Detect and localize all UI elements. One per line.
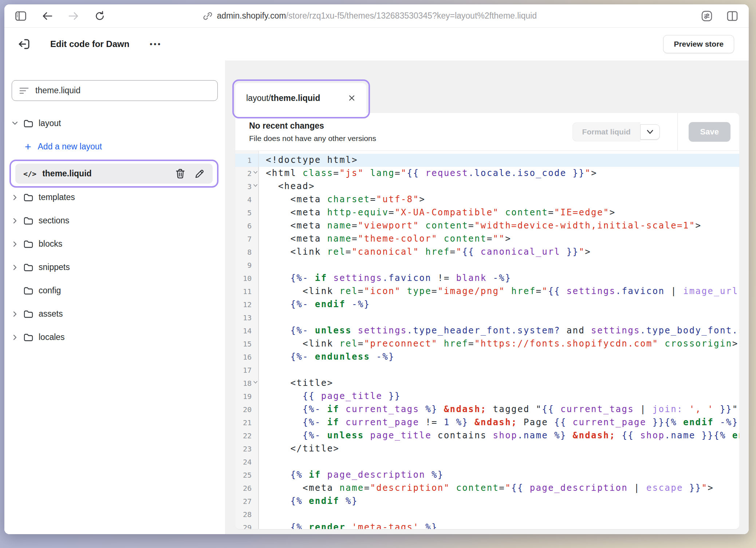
code-line: 14 {%- unless settings.type_header_font.…: [235, 324, 739, 337]
chevron-right-icon[interactable]: [12, 311, 23, 317]
chevron-right-icon[interactable]: [12, 218, 23, 224]
sidebar-item-config[interactable]: config: [12, 282, 218, 299]
format-liquid-button-group: Format liquid: [572, 122, 660, 141]
line-number[interactable]: 16: [235, 351, 259, 364]
format-liquid-dropdown[interactable]: [640, 124, 660, 140]
code-line: 6 <meta name="viewport" content="width=d…: [235, 219, 739, 232]
sidebar-item-sections[interactable]: sections: [12, 212, 218, 229]
editor-main: layout/theme.liquid No recent changes Fi…: [225, 60, 749, 534]
line-number[interactable]: 21: [235, 416, 259, 429]
line-number[interactable]: 10: [235, 272, 259, 285]
line-number[interactable]: 25: [235, 469, 259, 482]
tab-layout-theme-liquid[interactable]: layout/theme.liquid: [235, 83, 366, 113]
folder-label: config: [39, 286, 61, 295]
filter-icon: [19, 87, 29, 94]
code-line: 4 <meta charset="utf-8">: [235, 193, 739, 206]
code-line: 2<html class="js" lang="{{ request.local…: [235, 167, 739, 180]
line-number[interactable]: 22: [235, 429, 259, 442]
format-liquid-button[interactable]: Format liquid: [572, 122, 640, 141]
file-item-theme-liquid[interactable]: </>theme.liquid: [15, 164, 213, 184]
line-number[interactable]: 2: [235, 167, 259, 180]
url-path: /store/rzq1xu-f5/themes/132683530345?key…: [286, 11, 537, 20]
folder-label: locales: [39, 332, 65, 342]
code-line: 27 {% endif %}: [235, 495, 739, 508]
code-line-content: {%- endunless -%}: [259, 351, 739, 364]
sidebar-item-assets[interactable]: assets: [12, 305, 218, 322]
line-number[interactable]: 12: [235, 298, 259, 311]
chevron-right-icon[interactable]: [12, 194, 23, 201]
code-editor[interactable]: 1<!doctype html>2<html class="js" lang="…: [235, 151, 739, 529]
add-new-layout-button[interactable]: +Add a new layout: [12, 138, 218, 155]
code-line-content: <head>: [259, 180, 739, 193]
code-line-content: {{ page_title }}: [259, 390, 739, 403]
code-line: 29 {% render 'meta-tags' %}: [235, 521, 739, 529]
sidebar-item-layout[interactable]: layout: [12, 115, 218, 132]
fold-arrow-icon[interactable]: [253, 380, 258, 384]
save-button[interactable]: Save: [689, 122, 731, 142]
delete-file-icon[interactable]: [176, 169, 185, 179]
line-number[interactable]: 28: [235, 508, 259, 521]
code-line-content: [259, 311, 739, 324]
chevron-down-icon[interactable]: [12, 120, 23, 127]
split-view-icon[interactable]: [727, 11, 738, 21]
chevron-right-icon[interactable]: [12, 241, 23, 247]
line-number[interactable]: 1: [235, 154, 259, 167]
folder-icon: [23, 286, 39, 295]
code-line-content: <!doctype html>: [259, 154, 739, 167]
reload-icon[interactable]: [95, 11, 105, 21]
line-number[interactable]: 17: [235, 364, 259, 377]
sidebar-item-blocks[interactable]: blocks: [12, 235, 218, 253]
line-number[interactable]: 15: [235, 337, 259, 351]
sidebar-item-templates[interactable]: templates: [12, 189, 218, 206]
line-number[interactable]: 18: [235, 377, 259, 390]
line-number[interactable]: 4: [235, 193, 259, 206]
folder-icon: [23, 333, 39, 342]
search-input[interactable]: [35, 86, 210, 95]
fold-arrow-icon[interactable]: [253, 184, 258, 187]
code-line-content: <meta name="description" content="{{ pag…: [259, 482, 739, 495]
code-line-content: {%- unless settings.type_header_font.sys…: [259, 324, 739, 337]
line-number[interactable]: 7: [235, 232, 259, 246]
line-number[interactable]: 19: [235, 390, 259, 403]
browser-toolbar: admin.shopify.com/store/rzq1xu-f5/themes…: [4, 4, 749, 28]
line-number[interactable]: 8: [235, 246, 259, 259]
more-actions-button[interactable]: •••: [150, 40, 162, 48]
file-search-box[interactable]: [12, 80, 218, 101]
extensions-settings-icon[interactable]: [701, 11, 712, 21]
sidebar-item-snippets[interactable]: snippets: [12, 259, 218, 276]
code-line-content: <html class="js" lang="{{ request.locale…: [259, 167, 739, 180]
forward-icon[interactable]: [68, 12, 79, 20]
line-number[interactable]: 23: [235, 442, 259, 455]
back-icon[interactable]: [42, 12, 52, 20]
line-number[interactable]: 29: [235, 521, 259, 529]
line-number[interactable]: 5: [235, 206, 259, 219]
chevron-right-icon[interactable]: [12, 334, 23, 341]
exit-editor-icon[interactable]: [17, 38, 31, 50]
line-number[interactable]: 20: [235, 403, 259, 416]
line-number[interactable]: 24: [235, 455, 259, 469]
sidebar-item-locales[interactable]: locales: [12, 329, 218, 346]
folder-icon: [23, 119, 39, 128]
fold-arrow-icon[interactable]: [253, 171, 258, 174]
sidebar-toggle-icon[interactable]: [15, 11, 26, 21]
line-number[interactable]: 14: [235, 324, 259, 337]
url-bar[interactable]: admin.shopify.com/store/rzq1xu-f5/themes…: [203, 4, 537, 27]
line-number[interactable]: 26: [235, 482, 259, 495]
folder-label: assets: [39, 309, 63, 319]
folder-label: sections: [39, 216, 69, 226]
chevron-right-icon[interactable]: [12, 264, 23, 271]
file-sidebar: layout+Add a new layout</>theme.liquidte…: [4, 60, 225, 534]
line-number[interactable]: 9: [235, 259, 259, 272]
code-line-content: {%- if settings.favicon != blank -%}: [259, 272, 739, 285]
code-line-content: {%- unless page_title contains shop.name…: [259, 429, 739, 442]
line-number[interactable]: 3: [235, 180, 259, 193]
line-number[interactable]: 27: [235, 495, 259, 508]
tab-close-icon[interactable]: [348, 94, 355, 102]
preview-store-button[interactable]: Preview store: [663, 35, 734, 53]
code-file-icon: </>: [23, 169, 36, 178]
line-number[interactable]: 13: [235, 311, 259, 324]
line-number[interactable]: 6: [235, 219, 259, 232]
folder-label: snippets: [39, 262, 70, 272]
line-number[interactable]: 11: [235, 285, 259, 298]
rename-file-icon[interactable]: [194, 169, 205, 179]
